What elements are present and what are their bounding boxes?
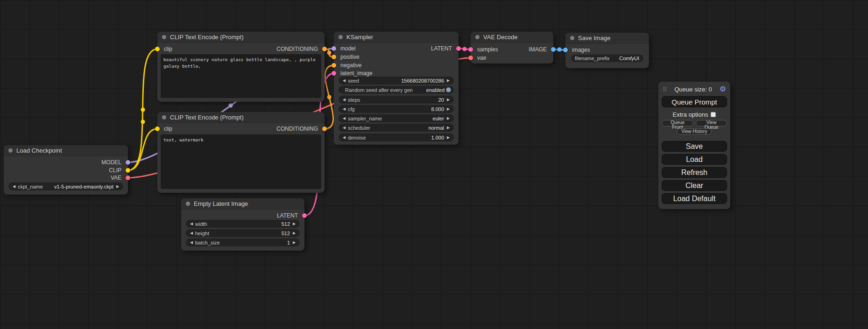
- collapse-dot[interactable]: [570, 36, 574, 40]
- decrement-arrow-icon[interactable]: ◀: [341, 78, 347, 83]
- increment-arrow-icon[interactable]: ▶: [445, 126, 451, 130]
- conditioning-output-port[interactable]: [322, 126, 327, 131]
- decrement-arrow-icon[interactable]: ◀: [341, 135, 347, 140]
- graph-canvas[interactable]: Load Checkpoint MODEL CLIP VAE ◀ ckpt_na…: [0, 0, 868, 329]
- increment-arrow-icon[interactable]: ▶: [445, 116, 451, 120]
- node-title-bar[interactable]: Save Image: [565, 33, 649, 44]
- toggle-knob[interactable]: [446, 87, 451, 92]
- slot-label: VAE: [111, 175, 121, 181]
- link-midpoint-dot: [557, 48, 562, 52]
- clear-button[interactable]: Clear: [662, 180, 727, 191]
- increment-arrow-icon[interactable]: ▶: [445, 135, 451, 140]
- load-default-button[interactable]: Load Default: [662, 193, 727, 204]
- widget-value: 512: [282, 231, 290, 236]
- decrement-arrow-icon[interactable]: ◀: [189, 222, 194, 226]
- input-slot-vae: vae: [471, 54, 553, 62]
- decrement-arrow-icon[interactable]: ◀: [341, 126, 347, 130]
- link-midpoint-dot: [229, 104, 233, 108]
- node-title-bar[interactable]: Empty Latent Image: [181, 198, 304, 210]
- cfg-widget[interactable]: ◀ cfg 8.000 ▶: [339, 105, 454, 113]
- collapse-dot[interactable]: [339, 35, 343, 39]
- node-vae-decode[interactable]: VAE Decode samples vae IMAGE: [471, 32, 553, 63]
- slot-label: negative: [340, 62, 361, 69]
- height-widget[interactable]: ◀ height 512 ▶: [186, 229, 300, 237]
- decrement-arrow-icon[interactable]: ◀: [189, 231, 194, 235]
- collapse-dot[interactable]: [475, 35, 480, 39]
- node-clip-text-encode-negative[interactable]: CLIP Text Encode (Prompt) clip CONDITION…: [157, 112, 325, 193]
- vae-input-port[interactable]: [468, 56, 473, 60]
- ckpt-name-widget[interactable]: ◀ ckpt_name v1-5-pruned-emaonly.ckpt ▶: [8, 182, 123, 190]
- filename-prefix-widget[interactable]: filename_prefix ComfyUI: [571, 55, 643, 62]
- scheduler-widget[interactable]: ◀ scheduler normal ▶: [339, 124, 454, 132]
- slot-label: positive: [340, 54, 360, 60]
- clip-output-port[interactable]: [126, 168, 130, 173]
- seed-widget[interactable]: ◀ seed 156680208700286 ▶: [339, 77, 454, 84]
- extra-options-checkbox[interactable]: [711, 112, 716, 117]
- drag-handle-icon[interactable]: ⠿: [663, 86, 667, 93]
- random-seed-toggle[interactable]: Random seed after every gen enabled: [339, 86, 454, 94]
- collapse-dot[interactable]: [162, 115, 166, 119]
- settings-gear-icon[interactable]: ⚙: [720, 85, 726, 93]
- increment-arrow-icon[interactable]: ▶: [291, 231, 297, 235]
- increment-arrow-icon[interactable]: ▶: [291, 222, 297, 226]
- latent-output-port[interactable]: [456, 46, 461, 51]
- slot-label: MODEL: [101, 159, 121, 166]
- decrement-arrow-icon[interactable]: ◀: [341, 107, 347, 111]
- refresh-button[interactable]: Refresh: [662, 167, 727, 178]
- widget-value: 156680208700286: [401, 78, 444, 84]
- node-title: CLIP Text Encode (Prompt): [170, 114, 244, 121]
- node-clip-text-encode-positive[interactable]: CLIP Text Encode (Prompt) clip CONDITION…: [157, 32, 325, 102]
- negative-input-port[interactable]: [332, 63, 336, 68]
- positive-input-port[interactable]: [332, 55, 336, 59]
- output-slot-conditioning: CONDITIONING: [157, 125, 325, 133]
- node-save-image[interactable]: Save Image images filename_prefix ComfyU…: [565, 33, 649, 68]
- batch-size-widget[interactable]: ◀ batch_size 1 ▶: [186, 238, 300, 246]
- sampler-name-widget[interactable]: ◀ sampler_name euler ▶: [339, 114, 454, 122]
- load-button[interactable]: Load: [662, 154, 727, 165]
- node-title-bar[interactable]: KSampler: [334, 32, 459, 43]
- view-queue-button[interactable]: View Queue: [696, 120, 727, 126]
- increment-arrow-icon[interactable]: ▶: [115, 184, 120, 189]
- width-widget[interactable]: ◀ width 512 ▶: [186, 220, 300, 228]
- slot-label: IMAGE: [529, 46, 547, 53]
- slot-label: CONDITIONING: [276, 46, 318, 52]
- decrement-arrow-icon[interactable]: ◀: [189, 240, 194, 245]
- collapse-dot[interactable]: [8, 148, 13, 153]
- latent-output-port[interactable]: [302, 213, 307, 218]
- decrement-arrow-icon[interactable]: ◀: [11, 184, 17, 189]
- node-title-bar[interactable]: VAE Decode: [471, 32, 553, 43]
- widget-label: filename_prefix: [575, 56, 610, 61]
- vae-output-port[interactable]: [126, 175, 130, 180]
- image-output-port[interactable]: [551, 47, 556, 52]
- widget-value: euler: [433, 116, 444, 121]
- collapse-dot[interactable]: [186, 202, 190, 206]
- queue-front-button[interactable]: Queue Front: [662, 120, 693, 126]
- model-output-port[interactable]: [126, 160, 130, 165]
- latent-image-input-port[interactable]: [332, 71, 336, 76]
- node-ksampler[interactable]: KSampler model positive negative latent_…: [334, 32, 459, 145]
- steps-widget[interactable]: ◀ steps 20 ▶: [339, 96, 454, 104]
- node-load-checkpoint[interactable]: Load Checkpoint MODEL CLIP VAE ◀ ckpt_na…: [4, 145, 128, 195]
- wire-clip-to-negative: [128, 129, 157, 170]
- increment-arrow-icon[interactable]: ▶: [445, 98, 451, 102]
- increment-arrow-icon[interactable]: ▶: [445, 107, 451, 111]
- increment-arrow-icon[interactable]: ▶: [291, 240, 297, 245]
- collapse-dot[interactable]: [162, 35, 166, 39]
- save-button[interactable]: Save: [662, 141, 727, 152]
- node-empty-latent-image[interactable]: Empty Latent Image LATENT ◀ width 512 ▶ …: [181, 198, 304, 251]
- view-history-button[interactable]: View History: [677, 128, 711, 135]
- queue-prompt-button[interactable]: Queue Prompt: [662, 96, 727, 107]
- prompt-textarea[interactable]: beautiful scenery nature glass bottle la…: [161, 54, 321, 98]
- images-input-port[interactable]: [563, 48, 568, 52]
- increment-arrow-icon[interactable]: ▶: [445, 78, 451, 83]
- decrement-arrow-icon[interactable]: ◀: [341, 98, 347, 102]
- node-title-bar[interactable]: CLIP Text Encode (Prompt): [157, 32, 325, 43]
- queue-panel-header: ⠿ Queue size: 0 ⚙: [662, 85, 727, 94]
- widget-value: 512: [282, 221, 290, 227]
- conditioning-output-port[interactable]: [322, 47, 327, 51]
- denoise-widget[interactable]: ◀ denoise 1.000 ▶: [339, 133, 454, 141]
- node-title-bar[interactable]: CLIP Text Encode (Prompt): [157, 112, 325, 123]
- node-title-bar[interactable]: Load Checkpoint: [4, 145, 128, 156]
- prompt-textarea[interactable]: text, watermark: [161, 134, 321, 189]
- decrement-arrow-icon[interactable]: ◀: [341, 116, 347, 120]
